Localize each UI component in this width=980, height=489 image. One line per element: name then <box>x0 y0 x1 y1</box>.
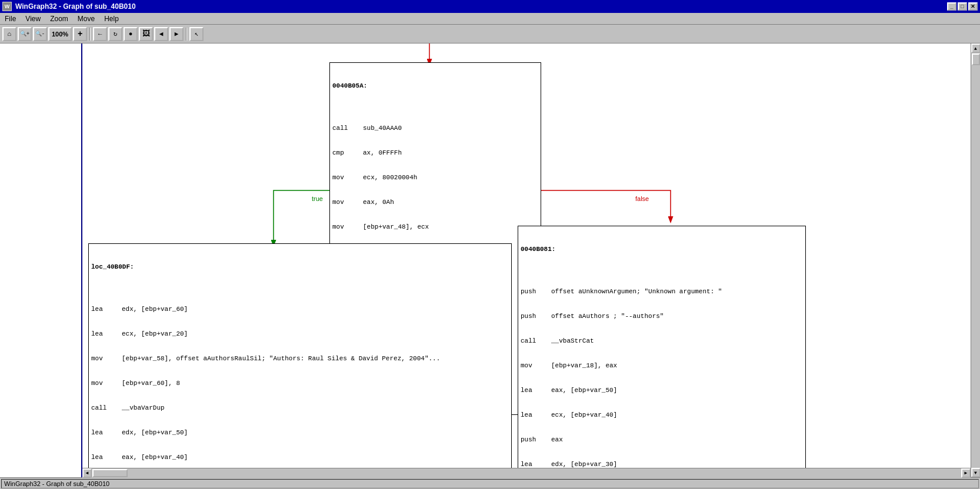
h-scroll-track <box>92 468 961 478</box>
zoom-in-button[interactable]: 🔍+ <box>18 27 32 41</box>
main-wrapper: true false 0040B05A: callsub_40AAA0 cmpa… <box>0 43 980 477</box>
arrow-left-button[interactable]: ← <box>93 27 107 41</box>
scroll-up-button[interactable]: ▲ <box>971 43 981 53</box>
minimize-button[interactable]: _ <box>947 2 956 11</box>
app-icon: W <box>2 2 12 11</box>
export-image-button[interactable]: 🖼 <box>139 27 153 41</box>
status-bar: WinGraph32 - Graph of sub_40B010 <box>0 477 980 489</box>
scroll-down-button[interactable]: ▼ <box>971 468 981 477</box>
home-button[interactable]: ⌂ <box>2 27 16 41</box>
false-label: false <box>635 195 649 202</box>
menu-help[interactable]: Help <box>99 14 124 24</box>
graph-canvas[interactable]: true false 0040B05A: callsub_40AAA0 cmpa… <box>82 43 971 477</box>
block-right-instructions: pushoffset aUnknownArgumen; "Unknown arg… <box>521 271 803 477</box>
fit-button[interactable]: + <box>73 27 87 41</box>
toolbar: ⌂ 🔍+ 🔍- 100% + ← ↻ ● 🖼 ◀ ▶ ↖ <box>0 25 980 43</box>
block-top-header: 0040B05A: <box>332 82 538 90</box>
title-bar: W WinGraph32 - Graph of sub_40B010 _ □ ✕ <box>0 0 980 13</box>
horizontal-scrollbar[interactable]: ◀ ▶ <box>82 468 971 477</box>
maximize-button[interactable]: □ <box>958 2 967 11</box>
close-button[interactable]: ✕ <box>968 2 978 11</box>
block-left: loc_40B0DF: leaedx, [ebp+var_60] leaecx,… <box>88 243 512 477</box>
scroll-right-button[interactable]: ▶ <box>961 468 971 478</box>
toolbar-separator-2 <box>186 28 187 41</box>
menu-zoom[interactable]: Zoom <box>45 14 73 24</box>
scroll-thumb[interactable] <box>972 53 980 65</box>
scroll-left-button[interactable]: ◀ <box>82 468 92 478</box>
rotate-button[interactable]: ↻ <box>108 27 122 41</box>
status-text: WinGraph32 - Graph of sub_40B010 <box>1 479 979 488</box>
left-sidebar <box>0 43 82 477</box>
true-label: true <box>312 195 323 202</box>
window-title: WinGraph32 - Graph of sub_40B010 <box>15 2 136 11</box>
toolbar-separator-1 <box>89 28 91 41</box>
scroll-track <box>971 66 981 468</box>
block-left-header: loc_40B0DF: <box>91 263 509 271</box>
next-button[interactable]: ▶ <box>169 27 184 41</box>
block-right-header: 0040B081: <box>521 245 803 253</box>
zoom-percent-button[interactable]: 100% <box>48 27 72 41</box>
window-controls[interactable]: _ □ ✕ <box>947 2 978 11</box>
zoom-out-button[interactable]: 🔍- <box>33 27 47 41</box>
menu-move[interactable]: Move <box>73 14 99 24</box>
circle-button[interactable]: ● <box>124 27 138 41</box>
menu-bar: File View Zoom Move Help <box>0 13 980 25</box>
block-right: 0040B081: pushoffset aUnknownArgumen; "U… <box>518 226 806 477</box>
h-scroll-thumb[interactable] <box>92 469 128 477</box>
cursor-button[interactable]: ↖ <box>189 27 204 41</box>
menu-view[interactable]: View <box>21 14 45 24</box>
prev-button[interactable]: ◀ <box>154 27 168 41</box>
block-left-instructions: leaedx, [ebp+var_60] leaecx, [ebp+var_20… <box>91 289 509 477</box>
vertical-scrollbar[interactable]: ▲ ▼ <box>971 43 980 477</box>
menu-file[interactable]: File <box>0 14 21 24</box>
